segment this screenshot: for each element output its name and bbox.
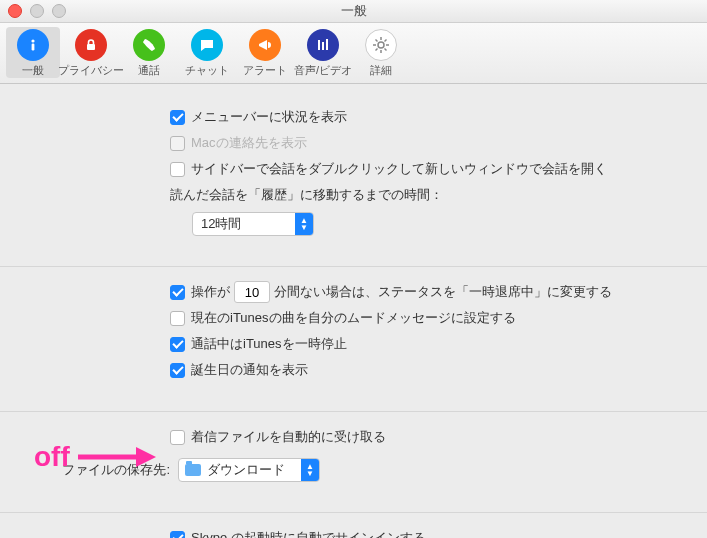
svg-point-6 xyxy=(378,42,384,48)
tab-privacy[interactable]: プライバシー xyxy=(64,27,118,78)
tab-label: 一般 xyxy=(22,63,44,78)
save-location-value: ダウンロード xyxy=(207,461,293,479)
group-display: メニューバーに状況を表示 Macの連絡先を表示 サイドバーで会話をダブルクリック… xyxy=(30,106,677,252)
save-location-label: ファイルの保存先: xyxy=(30,461,178,479)
group-status: 操作が 分間ない場合は、ステータスを「一時退席中」に変更する 現在のiTunes… xyxy=(30,281,677,397)
tab-label: 詳細 xyxy=(370,63,392,78)
lock-icon xyxy=(75,29,107,61)
mac-contacts-checkbox xyxy=(170,136,185,151)
menubar-status-label: メニューバーに状況を表示 xyxy=(191,108,347,126)
stepper-icon: ▲▼ xyxy=(301,459,319,481)
idle-prefix-label: 操作が xyxy=(191,283,230,301)
preferences-window: 一般 一般 プライバシー 通話 チャット xyxy=(0,0,707,538)
gear-icon xyxy=(365,29,397,61)
svg-line-11 xyxy=(376,40,378,42)
auto-accept-files-checkbox[interactable] xyxy=(170,430,185,445)
itunes-mood-label: 現在のiTunesの曲を自分のムードメッセージに設定する xyxy=(191,309,516,327)
tab-calls[interactable]: 通話 xyxy=(122,27,176,78)
svg-rect-4 xyxy=(322,42,324,50)
birthday-notify-checkbox[interactable] xyxy=(170,363,185,378)
tab-alerts[interactable]: アラート xyxy=(238,27,292,78)
idle-suffix-label: 分間ない場合は、ステータスを「一時退席中」に変更する xyxy=(274,283,612,301)
phone-icon xyxy=(133,29,165,61)
move-read-label: 読んだ会話を「履歴」に移動するまでの時間： xyxy=(170,186,443,204)
tab-label: 通話 xyxy=(138,63,160,78)
stepper-icon: ▲▼ xyxy=(295,213,313,235)
auto-signin-checkbox[interactable] xyxy=(170,531,185,539)
separator xyxy=(0,411,707,412)
svg-point-0 xyxy=(31,39,34,42)
svg-line-12 xyxy=(385,49,387,51)
svg-rect-5 xyxy=(326,39,328,50)
minimize-window-button[interactable] xyxy=(30,4,44,18)
tab-label: 音声/ビデオ xyxy=(294,63,352,78)
titlebar: 一般 xyxy=(0,0,707,23)
sidebar-dblclick-label: サイドバーで会話をダブルクリックして新しいウィンドウで会話を開く xyxy=(191,160,607,178)
move-read-select[interactable]: 12時間 ▲▼ xyxy=(192,212,314,236)
folder-icon xyxy=(185,464,201,476)
tab-audio-video[interactable]: 音声/ビデオ xyxy=(296,27,350,78)
idle-minutes-input[interactable] xyxy=(234,281,270,303)
group-startup: Skype の起動時に自動でサインインする Skypeを常に最新の状態にする 詳… xyxy=(30,527,677,538)
pause-itunes-checkbox[interactable] xyxy=(170,337,185,352)
tab-general[interactable]: 一般 xyxy=(6,27,60,78)
svg-rect-1 xyxy=(32,44,35,51)
chat-icon xyxy=(191,29,223,61)
tab-advanced[interactable]: 詳細 xyxy=(354,27,408,78)
group-files: 着信ファイルを自動的に受け取る ファイルの保存先: ダウンロード ▲▼ xyxy=(30,426,677,498)
svg-rect-3 xyxy=(318,40,320,50)
save-location-select[interactable]: ダウンロード ▲▼ xyxy=(178,458,320,482)
mac-contacts-label: Macの連絡先を表示 xyxy=(191,134,307,152)
svg-rect-2 xyxy=(87,44,95,50)
tab-label: チャット xyxy=(185,63,229,78)
tab-label: アラート xyxy=(243,63,287,78)
zoom-window-button[interactable] xyxy=(52,4,66,18)
svg-line-14 xyxy=(376,49,378,51)
content-area: メニューバーに状況を表示 Macの連絡先を表示 サイドバーで会話をダブルクリック… xyxy=(0,84,707,538)
close-window-button[interactable] xyxy=(8,4,22,18)
move-read-value: 12時間 xyxy=(193,215,249,233)
tab-label: プライバシー xyxy=(58,63,124,78)
birthday-notify-label: 誕生日の通知を表示 xyxy=(191,361,308,379)
svg-line-13 xyxy=(385,40,387,42)
itunes-mood-checkbox[interactable] xyxy=(170,311,185,326)
prefs-toolbar: 一般 プライバシー 通話 チャット アラート xyxy=(0,23,707,84)
tab-chat[interactable]: チャット xyxy=(180,27,234,78)
equalizer-icon xyxy=(307,29,339,61)
auto-accept-files-label: 着信ファイルを自動的に受け取る xyxy=(191,428,386,446)
megaphone-icon xyxy=(249,29,281,61)
menubar-status-checkbox[interactable] xyxy=(170,110,185,125)
traffic-lights xyxy=(8,4,66,18)
idle-away-checkbox[interactable] xyxy=(170,285,185,300)
pause-itunes-label: 通話中はiTunesを一時停止 xyxy=(191,335,347,353)
separator xyxy=(0,512,707,513)
window-title: 一般 xyxy=(0,2,707,20)
sidebar-dblclick-checkbox[interactable] xyxy=(170,162,185,177)
info-icon xyxy=(17,29,49,61)
auto-signin-label: Skype の起動時に自動でサインインする xyxy=(191,529,426,538)
separator xyxy=(0,266,707,267)
